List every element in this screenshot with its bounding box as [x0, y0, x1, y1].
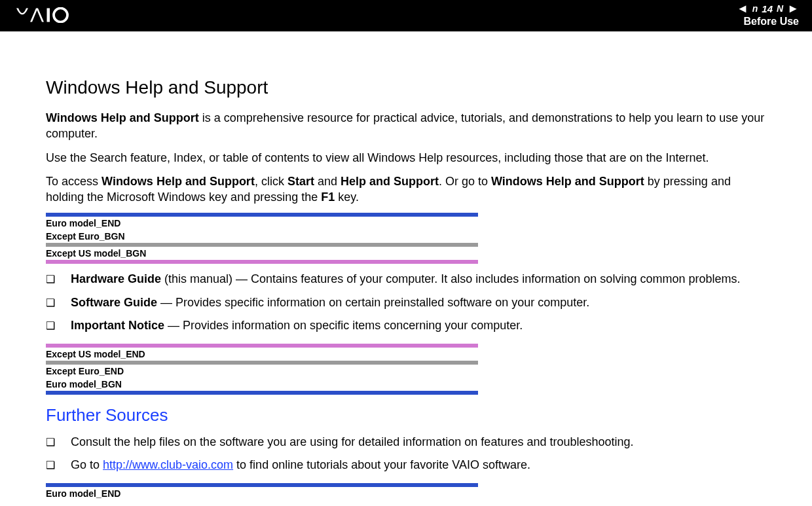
section-heading: Windows Help and Support [46, 77, 766, 98]
list-item-text: Consult the help files on the software y… [64, 433, 766, 451]
page-number: 14 [762, 4, 773, 14]
bullet-list: ❑ Hardware Guide (this manual) — Contain… [46, 270, 766, 334]
list-item: ❑ Consult the help files on the software… [46, 433, 766, 451]
nav-next-icon[interactable]: ► [787, 3, 799, 14]
breadcrumb: Before Use [744, 16, 799, 27]
list-item: ❑ Software Guide — Provides specific inf… [46, 294, 766, 312]
text-bold: F1 [321, 190, 335, 204]
bullet-icon: ❑ [46, 433, 55, 451]
bullet-icon: ❑ [46, 294, 55, 312]
text: Go to [71, 458, 103, 471]
text: — Provides information on specific items… [164, 319, 523, 332]
text: key. [335, 190, 359, 204]
list-item: ❑ Go to http://www.club-vaio.com to find… [46, 456, 766, 474]
text-bold: Windows Help and Support [101, 175, 255, 188]
paragraph: To access Windows Help and Support, clic… [46, 173, 766, 206]
list-item: ❑ Important Notice — Provides informatio… [46, 317, 766, 334]
bullet-list: ❑ Consult the help files on the software… [46, 433, 766, 474]
marker-label: Euro model_END [46, 217, 478, 230]
link-club-vaio[interactable]: http://www.club-vaio.com [103, 458, 233, 471]
svg-rect-0 [47, 9, 50, 22]
nav-letter-right: N [777, 4, 783, 13]
marker-label: Except Euro_BGN [46, 230, 478, 243]
svg-point-1 [54, 9, 67, 22]
text: , click [255, 175, 287, 188]
list-item-text: Important Notice — Provides information … [64, 317, 766, 334]
page-content: Windows Help and Support Windows Help an… [0, 31, 812, 506]
paragraph: Windows Help and Support is a comprehens… [46, 110, 766, 142]
text: To access [46, 175, 101, 188]
text-bold: Important Notice [71, 319, 164, 332]
text: and [314, 175, 341, 188]
header-right: ◄ n 14 N ► Before Use [737, 3, 799, 27]
text-bold: Start [287, 175, 314, 188]
text-bold: Help and Support [341, 175, 439, 188]
list-item-text: Go to http://www.club-vaio.com to find o… [64, 456, 766, 474]
marker-label: Except Euro_END [46, 365, 478, 378]
list-item-text: Hardware Guide (this manual) — Contains … [64, 270, 766, 288]
text: to find online tutorials about your favo… [233, 458, 530, 471]
list-item-text: Software Guide — Provides specific infor… [64, 294, 766, 312]
paragraph: Use the Search feature, Index, or table … [46, 150, 766, 166]
bullet-icon: ❑ [46, 456, 55, 474]
text: — Provides specific information on certa… [157, 296, 589, 309]
bullet-icon: ❑ [46, 317, 55, 334]
bullet-icon: ❑ [46, 270, 55, 288]
text-bold: Hardware Guide [71, 272, 161, 285]
marker-label: Except US model_END [46, 348, 478, 361]
header-bar: ◄ n 14 N ► Before Use [0, 0, 812, 31]
divider-magenta [46, 260, 478, 264]
vaio-logo [13, 7, 118, 23]
list-item: ❑ Hardware Guide (this manual) — Contain… [46, 270, 766, 288]
text: . Or go to [439, 175, 491, 188]
nav-letter-left: n [752, 4, 758, 13]
marker-label: Except US model_BGN [46, 247, 478, 260]
marker-label: Euro model_BGN [46, 378, 478, 391]
marker-block: Euro model_END [46, 483, 478, 500]
divider-blue [46, 391, 478, 395]
marker-block: Except US model_END Except Euro_END Euro… [46, 344, 478, 395]
nav-prev-icon[interactable]: ◄ [737, 3, 748, 14]
text-bold: Windows Help and Support [491, 175, 644, 188]
marker-label: Euro model_END [46, 487, 478, 500]
subsection-heading: Further Sources [46, 405, 766, 425]
text-bold: Windows Help and Support [46, 111, 199, 124]
page-nav: ◄ n 14 N ► [737, 3, 799, 14]
marker-block: Euro model_END Except Euro_BGN Except US… [46, 213, 478, 264]
text-bold: Software Guide [71, 296, 157, 309]
text: (this manual) — Contains features of you… [161, 272, 740, 285]
